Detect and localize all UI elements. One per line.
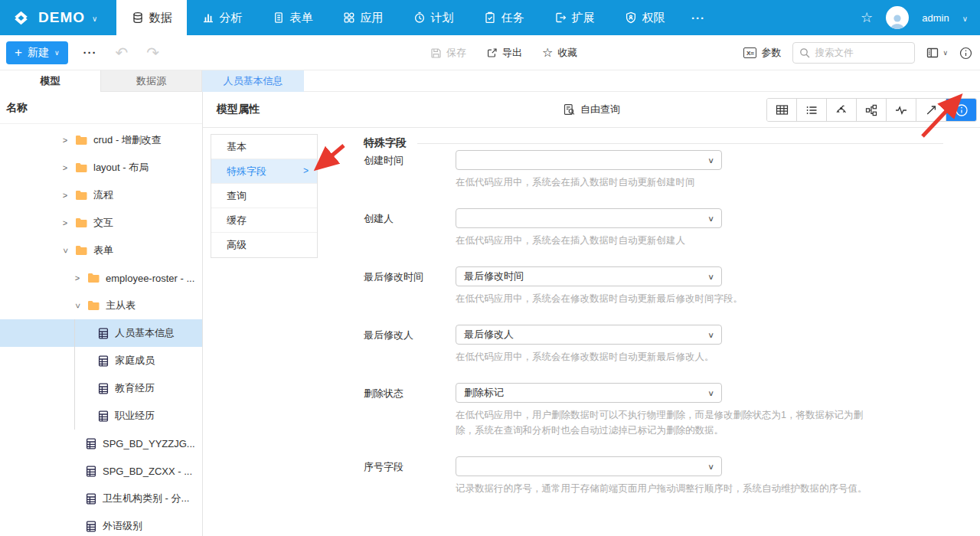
tree-item-folder[interactable]: > 表单 (0, 237, 202, 264)
tree-item-table-selected[interactable]: 人员基本信息 (0, 319, 202, 347)
table-icon (98, 355, 109, 367)
tree-item-folder[interactable]: > 流程 (0, 181, 202, 209)
brand-menu[interactable]: DEMO ∨ (0, 0, 116, 35)
redo-icon[interactable]: ↷ (146, 45, 159, 60)
grid-view-button[interactable] (767, 99, 797, 121)
nav-tab-apps[interactable]: 应用 (328, 0, 398, 35)
tab-model[interactable]: 模型 (0, 70, 101, 92)
chevron-down-icon[interactable]: > (74, 302, 82, 309)
sequence-select[interactable]: ∨ (456, 456, 722, 476)
nav-tab-tasks[interactable]: 任务 (469, 0, 539, 35)
tree-item-table[interactable]: 教育经历 (0, 374, 202, 402)
nav-tab-label: 扩展 (572, 11, 595, 25)
nav-tab-data[interactable]: 数据 (116, 0, 187, 35)
free-query-button[interactable]: 自由查询 (563, 103, 620, 116)
tree-item-label: 外语级别 (103, 519, 142, 533)
nav-tab-label: 数据 (149, 11, 172, 25)
nav-tab-plans[interactable]: 计划 (398, 0, 469, 35)
chevron-right-icon[interactable]: > (61, 191, 69, 200)
more-actions-button[interactable]: ··· (83, 46, 97, 59)
tree-item-folder[interactable]: > employee-roster - ... (0, 264, 202, 292)
chevron-down-icon: ∨ (707, 156, 714, 165)
creator-select[interactable]: ∨ (456, 208, 722, 228)
chevron-down-icon[interactable]: > (61, 247, 70, 254)
task-icon (484, 11, 496, 24)
menu-item-cache[interactable]: 缓存 (211, 208, 317, 233)
user-name[interactable]: admin (922, 12, 949, 24)
tree-item-folder[interactable]: > layout - 布局 (0, 154, 202, 181)
nav-more-button[interactable]: ··· (680, 0, 717, 35)
new-button[interactable]: + 新建 ∨ (6, 41, 68, 64)
table-icon (98, 410, 109, 422)
nav-tab-label: 任务 (501, 11, 524, 25)
panel-title: 模型属性 (217, 103, 260, 116)
chevron-right-icon[interactable]: > (61, 164, 69, 172)
tree-item-table[interactable]: SPG_BD_ZCXX - ... (0, 457, 202, 485)
toolbar: + 新建 ∨ ··· ↶ ↷ 保存 导出 ☆ 收藏 X= 参数 (0, 35, 980, 70)
tab-datasource[interactable]: 数据源 (101, 70, 202, 92)
help-info-button[interactable] (959, 47, 972, 60)
search-input[interactable] (815, 47, 908, 58)
table-icon (98, 328, 109, 339)
tree-item-label: crud - 增删改查 (93, 133, 162, 147)
app-logo-icon (11, 8, 31, 28)
list-view-button[interactable] (797, 99, 827, 121)
info-view-button[interactable] (946, 99, 976, 121)
favorite-star-icon[interactable]: ☆ (861, 9, 873, 26)
params-button[interactable]: X= 参数 (743, 46, 781, 60)
last-modified-time-select[interactable]: 最后修改时间 ∨ (456, 266, 722, 286)
model-relation-button[interactable] (827, 99, 857, 121)
tree-item-table[interactable]: SPG_BD_YYZZJG... (0, 430, 202, 457)
avatar[interactable] (886, 6, 909, 29)
info-icon (959, 47, 972, 60)
plus-icon: + (15, 46, 22, 59)
apps-icon (343, 11, 355, 24)
model-properties-panel: 模型属性 自由查询 (203, 92, 980, 536)
chevron-right-icon[interactable]: > (61, 136, 69, 145)
export-button[interactable]: 导出 (486, 46, 522, 60)
tree-header: 名称 (0, 92, 202, 124)
menu-item-basic[interactable]: 基本 (211, 135, 317, 159)
nav-tab-label: 权限 (642, 11, 665, 25)
save-button[interactable]: 保存 (430, 46, 466, 60)
tree-item-table[interactable]: 卫生机构类别 - 分... (0, 485, 202, 512)
export-icon (486, 47, 498, 59)
menu-item-special-fields[interactable]: 特殊字段 > (211, 159, 317, 184)
nav-tab-analysis[interactable]: 分析 (187, 0, 257, 35)
chevron-right-icon[interactable]: > (61, 219, 69, 227)
folder-icon (75, 162, 87, 173)
dependency-button[interactable] (857, 99, 887, 121)
tab-open-file[interactable]: 人员基本信息 (202, 70, 304, 92)
tree-item-label: 主从表 (106, 299, 136, 312)
chevron-down-icon: ∨ (707, 462, 714, 471)
tree-item-table[interactable]: 家庭成员 (0, 347, 202, 374)
tree-item-folder[interactable]: > crud - 增删改查 (0, 126, 202, 154)
last-modifier-select[interactable]: 最后修改人 ∨ (456, 325, 722, 345)
chevron-down-icon[interactable]: ∨ (962, 15, 968, 23)
chevron-right-icon[interactable]: > (74, 274, 81, 283)
nav-tab-permissions[interactable]: 权限 (609, 0, 680, 35)
tree-item-table[interactable]: 职业经历 (0, 402, 202, 430)
nav-tab-forms[interactable]: 表单 (257, 0, 328, 35)
nav-tab-extensions[interactable]: 扩展 (539, 0, 609, 35)
menu-item-advanced[interactable]: 高级 (211, 233, 317, 257)
tree-item-folder[interactable]: > 主从表 (0, 292, 202, 319)
tabstrip-filler (304, 70, 980, 92)
select-value: 最后修改时间 (464, 270, 524, 283)
undo-icon[interactable]: ↶ (116, 45, 129, 60)
menu-item-query[interactable]: 查询 (211, 184, 317, 208)
tree-item-table[interactable]: 外语级别 (0, 512, 202, 536)
field-hint: 在低代码应用中，系统会在修改数据时自动更新最后修改时间字段。 (456, 291, 873, 306)
tree-item-label: SPG_BD_ZCXX - ... (103, 466, 192, 477)
export-label: 导出 (502, 46, 522, 60)
tree-item-folder[interactable]: > 交互 (0, 209, 202, 237)
panel-body: 基本 特殊字段 > 查询 缓存 高级 特殊字段 创建时间 (203, 128, 980, 536)
favorite-button[interactable]: ☆ 收藏 (542, 46, 577, 60)
layout-switch-button[interactable]: ∨ (926, 47, 948, 58)
search-box (792, 42, 915, 64)
delete-status-select[interactable]: 删除标记 ∨ (456, 383, 722, 403)
trend-button[interactable] (916, 99, 946, 121)
data-pulse-button[interactable] (887, 99, 916, 121)
create-time-select[interactable]: ∨ (456, 150, 722, 170)
brand-name: DEMO (38, 9, 85, 26)
